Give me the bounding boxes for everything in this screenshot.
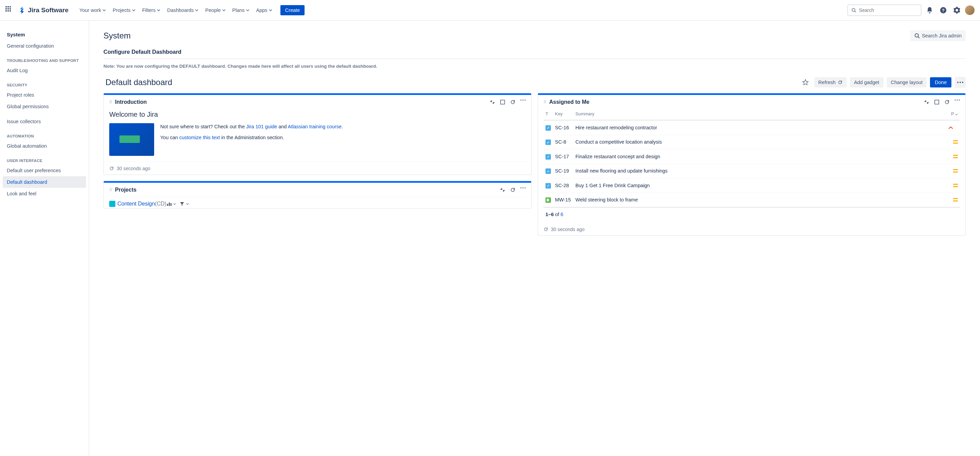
maximize-icon[interactable]: [500, 99, 505, 105]
more-icon[interactable]: [520, 187, 526, 189]
table-row[interactable]: SC-16Hire restaurant remodeling contract…: [543, 120, 960, 135]
refresh-icon[interactable]: [510, 187, 515, 192]
dashboard-actions: Refresh Add gadget Change layout Done: [800, 77, 966, 88]
sidebar-item-audit-log[interactable]: Audit Log: [3, 65, 86, 76]
atlassian-training-link[interactable]: Atlassian training course: [288, 124, 342, 129]
more-button[interactable]: [955, 77, 966, 88]
search-box[interactable]: [847, 5, 921, 16]
svg-point-3: [915, 34, 918, 37]
table-row[interactable]: SC-8Conduct a competitive location analy…: [543, 135, 960, 149]
svg-rect-14: [167, 204, 168, 206]
chevron-down-icon[interactable]: [186, 203, 189, 205]
create-button[interactable]: Create: [280, 5, 305, 15]
gadget-body: Welcome to Jira Not sure where to start?…: [104, 111, 531, 161]
add-gadget-button[interactable]: Add gadget: [850, 77, 883, 87]
table-row[interactable]: MW-15Weld steering block to frame: [543, 192, 960, 207]
settings-icon[interactable]: [951, 5, 962, 16]
search-input[interactable]: [859, 8, 917, 13]
table-row[interactable]: SC-17Finalize restaurant concept and des…: [543, 149, 960, 164]
nav-dashboards[interactable]: Dashboards: [164, 5, 201, 15]
svg-point-9: [523, 100, 524, 101]
refresh-button[interactable]: Refresh: [814, 77, 846, 87]
app-switcher-icon[interactable]: [5, 6, 14, 14]
page-header: System Search Jira admin: [103, 30, 966, 41]
sidebar-item-general-configuration[interactable]: General configuration: [3, 40, 86, 52]
introduction-gadget: ⠿ Introduction Welcome to Jira: [103, 93, 531, 175]
sidebar-item-issue-collectors[interactable]: Issue collectors: [3, 116, 86, 127]
issue-summary: Weld steering block to frame: [573, 192, 946, 207]
gadget-header: ⠿ Introduction: [104, 95, 531, 109]
search-jira-admin-button[interactable]: Search Jira admin: [910, 30, 966, 41]
svg-point-13: [525, 187, 526, 189]
gadget-title: Projects: [115, 187, 137, 193]
last-refresh-time: 30 seconds ago: [117, 166, 150, 171]
pagination: 1–6 of 6: [543, 208, 960, 221]
project-link[interactable]: Content Design: [109, 201, 155, 207]
drag-handle-icon[interactable]: ⠿: [109, 100, 111, 105]
jira-logo[interactable]: Jira Software: [18, 6, 68, 14]
notifications-icon[interactable]: [924, 5, 935, 16]
dashboard-title: Default dashboard: [103, 78, 172, 87]
change-layout-button[interactable]: Change layout: [887, 77, 927, 87]
gadget-col-left: ⠿ Introduction Welcome to Jira: [103, 93, 531, 236]
nav-filters[interactable]: Filters: [140, 5, 163, 15]
gadget-header: ⠿ Projects: [104, 183, 531, 197]
sidebar-item-global-automation[interactable]: Global automation: [3, 140, 86, 152]
nav-projects[interactable]: Projects: [110, 5, 138, 15]
done-button[interactable]: Done: [930, 77, 951, 87]
search-icon: [851, 8, 856, 13]
chevron-down-icon: [246, 9, 250, 11]
sidebar-item-global-permissions[interactable]: Global permissions: [3, 101, 86, 112]
chevron-down-icon: [157, 9, 160, 11]
table-row[interactable]: SC-28Buy 1 Get 1 Free Drink Campaign: [543, 178, 960, 193]
sidebar-item-project-roles[interactable]: Project roles: [3, 89, 86, 101]
avatar[interactable]: [965, 5, 975, 15]
chevron-down-icon[interactable]: [173, 203, 176, 205]
refresh-icon: [543, 227, 548, 232]
issue-summary: Buy 1 Get 1 Free Drink Campaign: [573, 178, 946, 193]
dashboard-header: Default dashboard Refresh Add gadget Cha…: [103, 77, 966, 88]
jira-101-link[interactable]: Jira 101 guide: [246, 124, 277, 129]
col-key[interactable]: Key: [553, 109, 573, 120]
maximize-icon[interactable]: [934, 99, 940, 105]
chart-icon[interactable]: [166, 201, 172, 207]
refresh-icon: [109, 166, 114, 171]
main-content: System Search Jira admin Configure Defau…: [89, 21, 980, 456]
chevron-down-icon: [222, 9, 226, 11]
issue-summary: Hire restaurant remodeling contractor: [573, 120, 946, 135]
customize-text-link[interactable]: customize this text: [179, 135, 220, 140]
jira-logo-text: Jira Software: [28, 6, 68, 14]
pagination-total-link[interactable]: 6: [560, 212, 563, 217]
gadget-footer: 30 seconds ago: [538, 227, 966, 235]
jira-logo-icon: [18, 6, 27, 14]
col-summary[interactable]: Summary: [573, 109, 946, 120]
sidebar-item-default-dashboard[interactable]: Default dashboard: [3, 176, 86, 188]
sidebar-item-look-and-feel[interactable]: Look and feel: [3, 188, 86, 199]
nav-apps[interactable]: Apps: [253, 5, 275, 15]
gadget-col-right: ⠿ Assigned to Me: [538, 93, 966, 236]
col-type[interactable]: T: [543, 109, 553, 120]
refresh-icon[interactable]: [944, 99, 950, 105]
issue-key: SC-28: [553, 178, 573, 193]
refresh-icon[interactable]: [510, 99, 515, 105]
drag-handle-icon[interactable]: ⠿: [109, 187, 111, 192]
sidebar: System General configuration TROUBLESHOO…: [0, 21, 89, 456]
table-row[interactable]: SC-19Install new flooring and update fur…: [543, 164, 960, 178]
issue-key: SC-17: [553, 149, 573, 164]
star-button[interactable]: [800, 77, 811, 88]
nav-people[interactable]: People: [202, 5, 228, 15]
minimize-icon[interactable]: [490, 99, 495, 105]
filter-icon[interactable]: [179, 201, 185, 207]
help-icon[interactable]: ?: [938, 5, 949, 16]
drag-handle-icon[interactable]: ⠿: [543, 100, 546, 105]
minimize-icon[interactable]: [924, 99, 929, 105]
issue-summary: Install new flooring and update furnishi…: [573, 164, 946, 178]
nav-your-work[interactable]: Your work: [76, 5, 108, 15]
svg-rect-7: [501, 100, 504, 104]
nav-plans[interactable]: Plans: [230, 5, 252, 15]
sidebar-item-default-user-preferences[interactable]: Default user preferences: [3, 165, 86, 176]
more-icon[interactable]: [955, 99, 960, 101]
col-priority[interactable]: P: [946, 109, 960, 120]
minimize-icon[interactable]: [500, 187, 505, 192]
more-icon[interactable]: [520, 99, 526, 101]
